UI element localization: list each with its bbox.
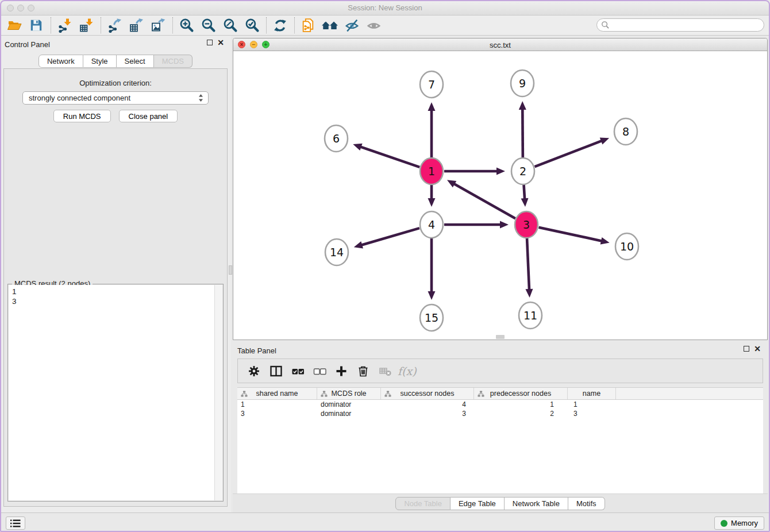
- result-scrollbar-track[interactable]: [214, 285, 222, 500]
- cell-name[interactable]: 1: [568, 400, 616, 409]
- graph-edge-1-2[interactable]: [444, 168, 505, 175]
- zoom-fit-button[interactable]: [221, 17, 238, 34]
- run-mcds-button[interactable]: Run MCDS: [53, 110, 111, 122]
- graph-edge-3-1[interactable]: [447, 180, 515, 218]
- refresh-layout-button[interactable]: [271, 17, 288, 34]
- delete-column-button[interactable]: [376, 362, 394, 380]
- graph-node-1[interactable]: 1: [420, 158, 443, 184]
- graph-edge-4-14[interactable]: [354, 228, 419, 248]
- column-type-icon: [321, 391, 328, 397]
- column-header-predecessor-nodes[interactable]: predecessor nodes: [474, 388, 568, 399]
- graph-edge-2-8[interactable]: [535, 137, 610, 167]
- network-resize-grip[interactable]: [496, 335, 505, 339]
- graph-node-2[interactable]: 2: [511, 158, 534, 184]
- import-network-icon: [57, 18, 72, 33]
- save-session-button[interactable]: [28, 17, 45, 34]
- tab-mcds[interactable]: MCDS: [154, 55, 192, 68]
- export-network-button[interactable]: [106, 17, 123, 34]
- mcds-result-list[interactable]: 1 3: [9, 285, 214, 500]
- close-table-panel-icon[interactable]: ✕: [754, 346, 761, 352]
- cell-mcds-role[interactable]: dominator: [317, 400, 381, 409]
- task-history-button[interactable]: [6, 516, 25, 530]
- graph-edge-2-9[interactable]: [519, 101, 526, 159]
- graph-edge-3-10[interactable]: [538, 228, 609, 245]
- graph-node-4[interactable]: 4: [420, 211, 443, 238]
- float-table-panel-icon[interactable]: [744, 346, 749, 352]
- export-table-button[interactable]: [128, 17, 145, 34]
- close-panel-icon[interactable]: ✕: [217, 40, 224, 45]
- tab-select[interactable]: Select: [117, 55, 154, 68]
- cell-name[interactable]: 3: [568, 409, 616, 418]
- cell-shared-name[interactable]: 1: [237, 400, 317, 409]
- export-image-button[interactable]: [149, 17, 167, 34]
- cell-successor-nodes[interactable]: 3: [381, 409, 474, 418]
- graph-node-8[interactable]: 8: [614, 118, 637, 145]
- graph-node-6[interactable]: 6: [325, 125, 348, 152]
- column-header-name[interactable]: name: [568, 388, 616, 399]
- graph-node-label: 4: [428, 218, 435, 231]
- graph-node-14[interactable]: 14: [325, 239, 348, 265]
- cell-mcds-role[interactable]: dominator: [317, 409, 381, 418]
- home-houses-icon: [321, 18, 338, 33]
- cell-successor-nodes[interactable]: 4: [381, 400, 474, 409]
- tab-edge-table[interactable]: Edge Table: [451, 497, 505, 510]
- import-table-button[interactable]: [78, 17, 95, 34]
- clone-network-button[interactable]: [299, 17, 317, 34]
- graph-edge-4-15[interactable]: [428, 237, 436, 300]
- table-settings-button[interactable]: [245, 362, 263, 380]
- trash-icon: [357, 365, 369, 377]
- toolbar-separator: [266, 17, 267, 33]
- graph-edge-3-11[interactable]: [525, 237, 533, 298]
- cell-predecessor-nodes[interactable]: 1: [474, 400, 568, 409]
- tab-network-table[interactable]: Network Table: [505, 497, 568, 510]
- deselect-all-button[interactable]: [310, 362, 329, 380]
- tab-network[interactable]: Network: [38, 55, 83, 68]
- panel-splitter-handle[interactable]: [229, 265, 232, 275]
- tab-motifs[interactable]: Motifs: [568, 497, 605, 510]
- graph-edge-1-6[interactable]: [353, 144, 419, 167]
- graph-edge-1-4[interactable]: [428, 184, 436, 207]
- network-window-titlebar[interactable]: × − + scc.txt: [233, 38, 767, 51]
- column-visibility-button[interactable]: [267, 362, 285, 380]
- check-all-icon: [291, 365, 305, 377]
- delete-rows-button[interactable]: [354, 362, 372, 380]
- import-table-icon: [79, 18, 94, 33]
- add-column-button[interactable]: [332, 362, 351, 380]
- cell-shared-name[interactable]: 3: [237, 409, 317, 418]
- select-all-button[interactable]: [288, 362, 307, 380]
- hide-selected-button[interactable]: [343, 17, 360, 34]
- tab-node-table[interactable]: Node Table: [395, 497, 451, 510]
- show-hidden-button[interactable]: [365, 17, 382, 34]
- graph-node-7[interactable]: 7: [420, 71, 443, 98]
- open-folder-icon: [7, 18, 22, 33]
- graph-node-9[interactable]: 9: [511, 70, 534, 97]
- open-session-button[interactable]: [6, 17, 23, 34]
- graph-edge-4-3[interactable]: [444, 221, 509, 229]
- import-network-button[interactable]: [56, 17, 73, 34]
- column-header-shared-name[interactable]: shared name: [237, 388, 317, 399]
- graph-node-3[interactable]: 3: [515, 211, 538, 238]
- search-icon: [601, 21, 610, 29]
- apply-function-button[interactable]: f(x): [398, 362, 417, 380]
- tab-style[interactable]: Style: [83, 55, 117, 68]
- optimization-criterion-select[interactable]: strongly connected component: [22, 91, 209, 105]
- memory-button[interactable]: Memory: [714, 516, 764, 530]
- zoom-selected-button[interactable]: [243, 17, 260, 34]
- first-neighbors-button[interactable]: [321, 17, 338, 34]
- graph-edge-1-7[interactable]: [428, 102, 436, 159]
- column-header-mcds-role[interactable]: MCDS role: [317, 388, 381, 399]
- close-panel-button[interactable]: Close panel: [119, 110, 178, 122]
- window-title: Session: New Session: [0, 3, 770, 12]
- graph-node-10[interactable]: 10: [615, 233, 638, 260]
- search-input[interactable]: [610, 19, 764, 31]
- graph-node-11[interactable]: 11: [519, 302, 542, 329]
- graph-edge-2-3[interactable]: [521, 184, 529, 207]
- column-header-successor-nodes[interactable]: successor nodes: [381, 388, 474, 399]
- graph-node-15[interactable]: 15: [420, 304, 443, 331]
- float-panel-icon[interactable]: [207, 40, 213, 45]
- refresh-icon: [272, 18, 288, 33]
- zoom-out-button[interactable]: [199, 17, 217, 34]
- cell-predecessor-nodes[interactable]: 2: [474, 409, 568, 418]
- network-canvas[interactable]: 7968124314101511: [233, 51, 767, 340]
- zoom-in-button[interactable]: [178, 17, 195, 34]
